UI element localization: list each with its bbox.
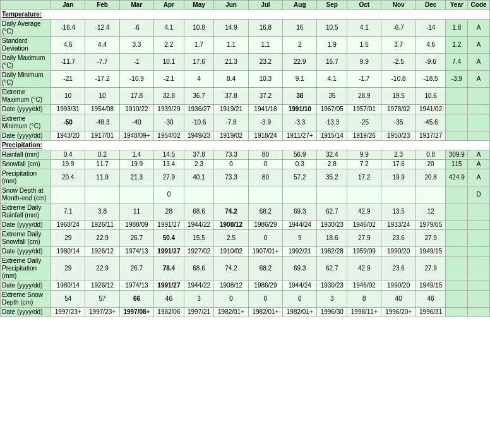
data-cell (446, 281, 468, 291)
data-cell: 23.6 (381, 230, 415, 247)
data-row: Extreme Daily Precipitation (mm)2922.926… (1, 257, 490, 281)
data-cell: 1.1 (214, 37, 248, 54)
data-cell: -1.7 (347, 71, 381, 88)
data-cell: 1.6 (347, 37, 381, 54)
data-cell: 1954/08 (85, 105, 119, 114)
data-cell: 21.3 (119, 169, 153, 186)
data-cell: -9.6 (415, 54, 446, 71)
section-header-1: Precipitation: (1, 141, 490, 150)
data-cell: 9.9 (347, 54, 381, 71)
data-row: Extreme Daily Rainfall (mm)7.13.8112868.… (1, 203, 490, 221)
data-cell: 37.8 (214, 88, 248, 105)
data-cell: 1950/23 (381, 131, 415, 141)
data-cell: 1930/23 (317, 221, 347, 230)
data-cell: 1911/27+ (283, 131, 317, 141)
data-cell: 2 (283, 37, 317, 54)
data-cell (184, 186, 214, 203)
col-header-jun: Jun (214, 1, 248, 10)
data-cell: -17.2 (85, 71, 119, 88)
data-cell: 11.9 (85, 169, 119, 186)
row-label-1-0: Rainfall (mm) (1, 150, 51, 160)
data-cell: 66 (119, 291, 153, 308)
data-cell: 4.1 (317, 71, 347, 88)
data-cell: 9.1 (283, 71, 317, 88)
data-cell (468, 105, 490, 114)
data-cell: -10.8 (381, 71, 415, 88)
data-cell: 1997/08+ (119, 308, 153, 317)
data-cell (51, 186, 85, 203)
data-cell: -48.3 (85, 114, 119, 131)
data-cell: 7.2 (347, 160, 381, 169)
data-cell: 62.7 (317, 257, 347, 281)
data-cell: 1927/02 (184, 247, 214, 257)
data-cell: 19.9 (119, 160, 153, 169)
row-label-0-3: Daily Minimum (°C) (1, 71, 51, 88)
data-cell: 1926/12 (85, 247, 119, 257)
data-cell: 309.9 (446, 150, 468, 160)
data-cell: 56.9 (283, 150, 317, 160)
data-cell: 1.2 (446, 37, 468, 54)
data-cell: 35 (317, 88, 347, 105)
row-label-1-2: Precipitation (mm) (1, 169, 51, 186)
row-label-1-5: Date (yyyy/dd) (1, 221, 51, 230)
data-cell: 4.6 (51, 37, 85, 54)
data-cell: -16.4 (51, 20, 85, 37)
data-cell: 26.7 (119, 230, 153, 247)
data-cell: 1998/11+ (347, 308, 381, 317)
row-label-0-4: Extreme Maximum (°C) (1, 88, 51, 105)
data-cell: 10.5 (317, 20, 347, 37)
data-cell: -45.6 (415, 114, 446, 131)
data-cell: 78.4 (154, 257, 184, 281)
data-row: Standard Deviation4.64.43.32.21.71.11.12… (1, 37, 490, 54)
data-cell: 28 (154, 203, 184, 221)
data-cell: -7.8 (214, 114, 248, 131)
data-cell: 38 (283, 88, 317, 105)
data-cell (347, 186, 381, 203)
data-cell: 20.4 (51, 169, 85, 186)
data-cell: 1997/21 (184, 308, 214, 317)
data-cell: A (468, 169, 490, 186)
data-cell: 1907/01+ (248, 247, 282, 257)
data-row: Rainfall (mm)0.40.21.414.537.873.38056.9… (1, 150, 490, 160)
data-row: Snowfall (cm)19.911.719.913.42.3000.32.8… (1, 160, 490, 169)
data-cell: -10.6 (184, 114, 214, 131)
data-cell: 1980/14 (51, 281, 85, 291)
data-cell: 73.3 (214, 150, 248, 160)
data-cell: 27.9 (154, 169, 184, 186)
data-cell: 1944/24 (283, 281, 317, 291)
data-cell: 3.7 (381, 37, 415, 54)
data-cell: 1919/26 (347, 131, 381, 141)
data-cell: 1982/01+ (214, 308, 248, 317)
col-header-mar: Mar (119, 1, 153, 10)
data-cell: 1986/29 (248, 281, 282, 291)
data-row: Extreme Minimum (°C)-50-48.3-40-30-10.6-… (1, 114, 490, 131)
data-cell: 2.2 (154, 37, 184, 54)
data-row: Date (yyyy/dd)1993/311954/081910/221939/… (1, 105, 490, 114)
data-cell: 4.4 (85, 37, 119, 54)
data-row: Date (yyyy/dd)1997/23+1997/23+1997/08+19… (1, 308, 490, 317)
data-cell: 57 (85, 291, 119, 308)
col-header-dec: Dec (415, 1, 446, 10)
climate-table: Jan Feb Mar Apr May Jun Jul Aug Sep Oct … (0, 0, 490, 317)
data-cell: 42.9 (347, 257, 381, 281)
row-label-1-9: Date (yyyy/dd) (1, 281, 51, 291)
data-cell: 1944/24 (283, 221, 317, 230)
data-cell: A (468, 160, 490, 169)
data-cell: 29 (51, 230, 85, 247)
data-cell: 1944/22 (184, 281, 214, 291)
data-cell: -1 (119, 54, 153, 71)
row-label-1-6: Extreme Daily Snowfall (cm) (1, 230, 51, 247)
data-cell: 36.7 (184, 88, 214, 105)
data-cell: 0 (214, 291, 248, 308)
data-cell: 1982/06 (154, 308, 184, 317)
data-cell: 19.9 (381, 169, 415, 186)
data-cell: 1941/02 (415, 105, 446, 114)
data-cell: 46 (154, 291, 184, 308)
data-cell (468, 230, 490, 247)
col-header-sep: Sep (317, 1, 347, 10)
data-cell: -11.7 (51, 54, 85, 71)
data-cell: 10 (85, 88, 119, 105)
data-cell: 1988/09 (119, 221, 153, 230)
col-header-oct: Oct (347, 1, 381, 10)
data-cell: -14 (415, 20, 446, 37)
